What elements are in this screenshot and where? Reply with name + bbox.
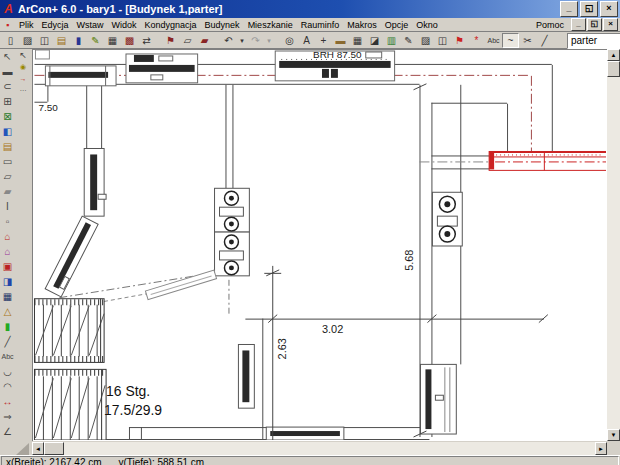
numeric-input-icon[interactable]: ⋯ [16,85,30,97]
save-project-icon[interactable]: ▮ [70,33,87,48]
curved-wall-tool-icon[interactable]: ⊂ [0,79,15,94]
line-tool-icon[interactable]: ╱ [0,334,15,349]
horizontal-scroll-thumb[interactable] [44,442,64,455]
project-transfer-icon[interactable]: ⇄ [138,33,155,48]
counter-unit-1[interactable] [126,54,198,83]
new-project-icon[interactable]: ▯ [2,33,19,48]
close-button[interactable]: × [600,1,618,17]
floor-combobox[interactable]: parter ▼ [567,33,620,49]
floor-plan-canvas[interactable]: BRH 87.50 7.50 [32,49,607,441]
select-tool-icon[interactable]: ↖ [0,49,15,64]
scroll-right-icon[interactable]: ► [595,442,607,455]
undo-icon[interactable]: ↶ [220,33,237,48]
center-view-icon[interactable]: + [315,33,332,48]
coordinate-dimension-tool-icon[interactable]: ⇒ [0,409,15,424]
child-minimize-button[interactable]: _ [571,18,586,31]
wall-tool-icon[interactable]: ▬ [0,64,15,79]
redo-icon[interactable]: ↷ [247,33,264,48]
scroll-up-icon[interactable]: ▲ [607,49,620,61]
text-tool-icon[interactable]: Abc [0,349,15,364]
move-mode-icon[interactable]: → [16,73,30,85]
handrail[interactable] [145,270,216,300]
horizontal-scrollbar[interactable]: ◄ ► [32,442,607,455]
spray-icon[interactable]: * [468,33,485,48]
scroll-left-icon[interactable]: ◄ [32,442,44,455]
minimize-button[interactable]: _ [560,1,578,17]
window-tool-icon[interactable]: ⊞ [0,94,15,109]
undo-dropdown-icon[interactable]: ▾ [237,33,247,48]
ruler-icon[interactable]: ▬ [332,33,349,48]
design-mode-icon[interactable]: ✎ [87,33,104,48]
menu-makros[interactable]: Makros [343,20,381,30]
dormer-tool-icon[interactable]: ⌂ [0,244,15,259]
terrain-tool-icon[interactable]: △ [0,304,15,319]
roof-window-tool-icon[interactable]: ▣ [0,259,15,274]
zoom-icon[interactable]: ◎ [281,33,298,48]
load-background-icon[interactable]: ▨ [19,33,36,48]
menu-okno[interactable]: Okno [412,20,442,30]
catalog-icon[interactable]: ▥ [383,33,400,48]
guides-icon[interactable]: ◪ [366,33,383,48]
menu-wstaw[interactable]: Wstaw [73,20,108,30]
vertical-scroll-thumb[interactable] [607,61,620,77]
scissors-icon[interactable]: ✂ [519,33,536,48]
arc-dimension-tool-icon[interactable]: ◡ [0,364,15,379]
vertical-scrollbar[interactable]: ▲ ▼ [607,49,620,441]
marker-pen-icon[interactable]: ✎ [400,33,417,48]
dimension-horizontal-302[interactable] [245,315,547,323]
plant-tool-icon[interactable]: ▮ [0,319,15,334]
column-tool-icon[interactable]: I [0,199,15,214]
open-project-icon[interactable]: ▤ [53,33,70,48]
window-right-wall[interactable] [420,364,456,434]
grid-plate-tool-icon[interactable]: ▦ [0,289,15,304]
red-flag-icon[interactable]: ⚑ [451,33,468,48]
child-restore-button[interactable]: ◱ [587,18,602,31]
stove-unit-right[interactable] [432,192,462,246]
menu-kondygnacja[interactable]: Kondygnacja [141,20,201,30]
container-icon[interactable]: ▰ [196,33,213,48]
select-mode-icon[interactable]: ↖ [16,49,30,61]
window-left-wall[interactable] [84,148,106,216]
stairs-upper-flight[interactable] [34,299,104,363]
scroll-down-icon[interactable]: ▼ [607,429,620,441]
window-bottom-wall[interactable] [266,427,344,440]
menu-pomoc[interactable]: Pomoc [530,20,570,30]
menu-plik[interactable]: Plik [15,20,38,30]
door-tool-icon[interactable]: ◧ [0,124,15,139]
dimension-tool-icon[interactable]: ↔ [0,394,15,409]
window-layout-icon[interactable]: ◫ [434,33,451,48]
stove-units[interactable] [215,188,250,276]
menu-mieszkanie[interactable]: Mieszkanie [244,20,297,30]
hatch-icon[interactable]: ▨ [417,33,434,48]
text-abc-icon[interactable]: Abc [485,33,502,48]
restore-button[interactable]: ◱ [580,1,598,17]
child-close-button[interactable]: × [603,18,618,31]
window-top-left[interactable] [35,50,116,86]
measure-line-icon[interactable]: ╱ [536,33,553,48]
arc-dimension2-tool-icon[interactable]: ◠ [0,379,15,394]
redo-dropdown-icon[interactable]: ▾ [264,33,274,48]
new-view-icon[interactable]: ◫ [36,33,53,48]
waveform-icon[interactable]: ~ [502,33,519,48]
radiator[interactable] [238,344,254,408]
menu-widok[interactable]: Widok [108,20,141,30]
angle-dimension-tool-icon[interactable]: ∠ [0,424,15,439]
menu-rauminfo[interactable]: Rauminfo [297,20,344,30]
menu-opcje[interactable]: Opcje [381,20,413,30]
stairs-lower-flight[interactable] [34,369,106,440]
title-bar[interactable]: A ArCon+ 6.0 - bary1 - [Budynek 1,parter… [0,0,620,18]
roof-tool-icon[interactable]: ⌂ [0,229,15,244]
window-angled[interactable] [45,216,98,297]
print-icon[interactable]: ▦ [104,33,121,48]
scale-mode-icon[interactable]: ◉ [16,61,30,73]
slab-tool-icon[interactable]: ▭ [0,154,15,169]
skylight-window-tool-icon[interactable]: ⊠ [0,109,15,124]
polygon-select-icon[interactable]: ▱ [179,33,196,48]
solar-panel-tool-icon[interactable]: ◨ [0,274,15,289]
platform-tool-icon[interactable]: ▰ [0,184,15,199]
zoom-text-icon[interactable]: A [298,33,315,48]
chimney-tool-icon[interactable]: ▫ [0,214,15,229]
menu-budynek[interactable]: Budynek [201,20,244,30]
room-polygon-tool-icon[interactable]: ▱ [0,169,15,184]
stairs-tool-icon[interactable]: ▤ [0,139,15,154]
